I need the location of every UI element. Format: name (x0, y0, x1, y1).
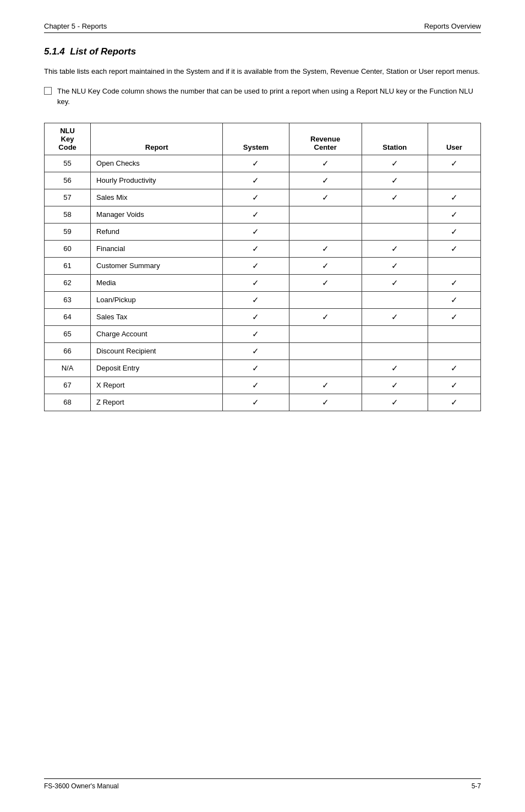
check-revenue: ✓ (322, 397, 329, 407)
cell-revenue (289, 206, 362, 223)
bullet-checkbox (44, 87, 52, 95)
check-system: ✓ (252, 295, 259, 304)
check-system: ✓ (252, 380, 259, 390)
footer-page-number: 5-7 (472, 782, 481, 790)
cell-nlu-code: 60 (45, 240, 91, 257)
cell-user: ✓ (428, 240, 480, 257)
cell-revenue: ✓ (289, 172, 362, 189)
footer-manual-name: FS-3600 Owner's Manual (44, 782, 119, 790)
cell-station: ✓ (362, 359, 428, 377)
cell-report-name: Sales Tax (91, 308, 223, 325)
cell-station: ✓ (362, 240, 428, 257)
check-station: ✓ (391, 176, 398, 185)
check-station: ✓ (391, 380, 398, 390)
check-user: ✓ (451, 312, 458, 321)
col-header-nlu: NLUKeyCode (45, 123, 91, 155)
cell-user: ✓ (428, 377, 480, 394)
cell-report-name: Refund (91, 223, 223, 240)
check-system: ✓ (252, 346, 259, 356)
check-revenue: ✓ (322, 159, 329, 168)
cell-nlu-code: N/A (45, 359, 91, 377)
cell-station: ✓ (362, 257, 428, 274)
cell-system: ✓ (223, 291, 289, 308)
cell-report-name: Manager Voids (91, 206, 223, 223)
cell-revenue: ✓ (289, 394, 362, 411)
cell-system: ✓ (223, 274, 289, 291)
table-row: 64Sales Tax✓✓✓✓ (45, 308, 481, 325)
check-station: ✓ (391, 261, 398, 270)
page: Chapter 5 - Reports Reports Overview 5.1… (0, 0, 525, 812)
cell-system: ✓ (223, 359, 289, 377)
table-header-row: NLUKeyCode Report System RevenueCenter S… (45, 123, 481, 155)
check-system: ✓ (252, 261, 259, 270)
cell-station (362, 206, 428, 223)
intro-paragraph: This table lists each report maintained … (44, 66, 481, 77)
check-system: ✓ (252, 312, 259, 321)
check-system: ✓ (252, 193, 259, 202)
table-row: N/ADeposit Entry✓✓✓ (45, 359, 481, 377)
cell-system: ✓ (223, 325, 289, 342)
check-system: ✓ (252, 244, 259, 253)
cell-report-name: Media (91, 274, 223, 291)
cell-station (362, 342, 428, 359)
cell-user: ✓ (428, 394, 480, 411)
check-revenue: ✓ (322, 244, 329, 253)
check-user: ✓ (451, 159, 458, 168)
cell-user: ✓ (428, 206, 480, 223)
table-row: 59Refund✓✓ (45, 223, 481, 240)
cell-report-name: Hourly Productivity (91, 172, 223, 189)
check-station: ✓ (391, 278, 398, 287)
check-revenue: ✓ (322, 278, 329, 287)
header-section: Reports Overview (424, 22, 481, 30)
cell-station: ✓ (362, 394, 428, 411)
check-user: ✓ (451, 295, 458, 304)
check-revenue: ✓ (322, 176, 329, 185)
cell-user (428, 342, 480, 359)
check-station: ✓ (391, 193, 398, 202)
cell-nlu-code: 57 (45, 189, 91, 206)
cell-report-name: Customer Summary (91, 257, 223, 274)
cell-user: ✓ (428, 223, 480, 240)
cell-report-name: Deposit Entry (91, 359, 223, 377)
cell-user (428, 172, 480, 189)
cell-nlu-code: 64 (45, 308, 91, 325)
cell-user: ✓ (428, 308, 480, 325)
cell-station (362, 325, 428, 342)
cell-nlu-code: 56 (45, 172, 91, 189)
cell-station: ✓ (362, 155, 428, 172)
check-user: ✓ (451, 278, 458, 287)
header-chapter: Chapter 5 - Reports (44, 22, 107, 30)
bullet-note: The NLU Key Code column shows the number… (44, 86, 481, 107)
cell-station: ✓ (362, 308, 428, 325)
table-row: 57Sales Mix✓✓✓✓ (45, 189, 481, 206)
cell-nlu-code: 63 (45, 291, 91, 308)
cell-revenue: ✓ (289, 240, 362, 257)
cell-nlu-code: 58 (45, 206, 91, 223)
cell-user: ✓ (428, 274, 480, 291)
cell-user: ✓ (428, 155, 480, 172)
check-user: ✓ (451, 193, 458, 202)
cell-system: ✓ (223, 342, 289, 359)
cell-user: ✓ (428, 189, 480, 206)
cell-nlu-code: 67 (45, 377, 91, 394)
col-header-user: User (428, 123, 480, 155)
table-row: 66Discount Recipient✓ (45, 342, 481, 359)
cell-station (362, 223, 428, 240)
check-system: ✓ (252, 176, 259, 185)
check-user: ✓ (451, 397, 458, 407)
table-row: 65Charge Account✓ (45, 325, 481, 342)
cell-system: ✓ (223, 223, 289, 240)
check-station: ✓ (391, 397, 398, 407)
table-row: 63Loan/Pickup✓✓ (45, 291, 481, 308)
table-row: 58Manager Voids✓✓ (45, 206, 481, 223)
check-station: ✓ (391, 159, 398, 168)
cell-report-name: Charge Account (91, 325, 223, 342)
page-header: Chapter 5 - Reports Reports Overview (44, 22, 481, 33)
cell-revenue (289, 359, 362, 377)
cell-revenue: ✓ (289, 257, 362, 274)
cell-user (428, 257, 480, 274)
cell-system: ✓ (223, 172, 289, 189)
cell-station: ✓ (362, 377, 428, 394)
cell-nlu-code: 61 (45, 257, 91, 274)
cell-report-name: Open Checks (91, 155, 223, 172)
